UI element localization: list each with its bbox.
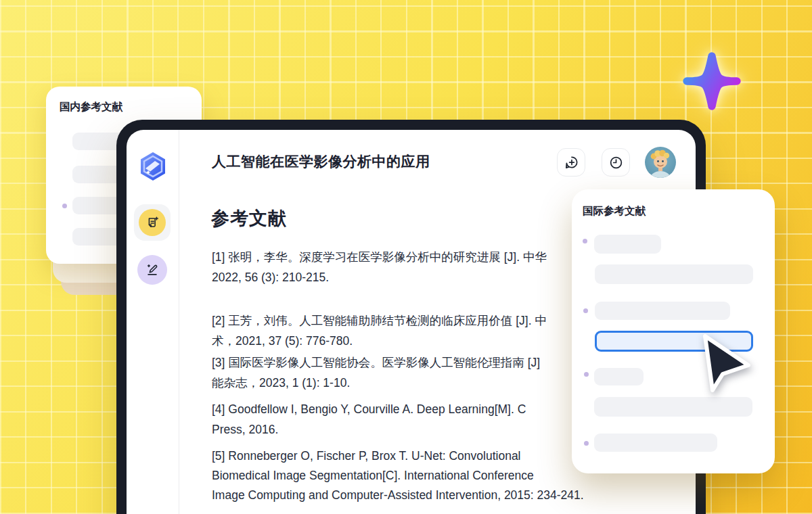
domestic-references-title: 国内参考文献 [60,100,122,114]
international-references-card: 国际参考文献 [572,189,775,473]
add-note-button[interactable] [557,148,585,177]
brand-logo [137,150,169,183]
section-heading: 参考文献 [211,206,287,231]
document-title: 人工智能在医学影像分析中的应用 [212,152,430,171]
skeleton-bar [594,368,644,386]
list-bullet [584,372,589,377]
skeleton-bar [594,434,717,452]
list-bullet [583,308,588,313]
sparkle-icon [682,51,742,111]
new-document-icon [139,209,166,236]
sidebar-item-editor[interactable] [134,254,171,285]
history-button[interactable] [602,148,630,177]
skeleton-bar [595,302,730,320]
list-bullet [62,204,67,208]
international-references-title: 国际参考文献 [583,204,646,218]
skeleton-bar [594,397,752,417]
list-bullet [584,441,589,446]
skeleton-bar [594,235,661,254]
desktop-background: 国内参考文献 [0,0,812,514]
user-avatar[interactable] [645,147,676,178]
sidebar [127,130,179,514]
list-bullet [583,239,587,243]
skeleton-bar [595,264,753,284]
mouse-cursor [701,333,755,398]
history-clock-icon [608,155,624,170]
sidebar-item-documents[interactable] [134,204,171,241]
edit-pencil-icon [137,255,167,285]
add-note-icon [564,155,579,170]
